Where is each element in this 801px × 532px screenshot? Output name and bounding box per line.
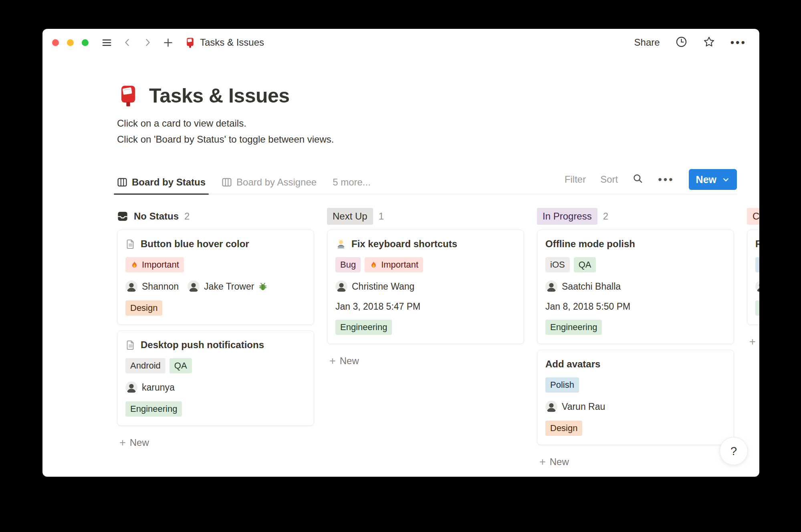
- plus-icon: +: [329, 356, 336, 367]
- assignee: Saatchi Bhalla: [545, 280, 621, 292]
- plus-icon: +: [539, 457, 546, 468]
- tag-polish: Polish: [545, 377, 579, 393]
- assignee: Shannon: [125, 280, 179, 292]
- tab-label: Board by Assignee: [236, 177, 317, 188]
- filter-button[interactable]: Filter: [565, 174, 586, 185]
- beetle-emoji-icon: [258, 282, 267, 291]
- column-in-progress: In Progress 2 Offline mode polish iOS QA: [537, 208, 734, 469]
- task-card[interactable]: Add avatars Polish Varun Rau Design: [537, 350, 734, 445]
- tag-design: Design: [125, 300, 162, 316]
- assignee: karunya: [125, 381, 175, 393]
- tag-engineering: Engineering: [335, 320, 392, 335]
- new-button[interactable]: New: [689, 169, 737, 190]
- task-card[interactable]: Desktop push notifications Android QA ka…: [117, 330, 314, 426]
- add-card-button[interactable]: + New: [117, 435, 314, 450]
- tag-design: Design: [545, 421, 582, 436]
- column-count: 2: [184, 211, 190, 222]
- column-title-pill: C: [747, 208, 759, 225]
- column-title-pill: Next Up: [327, 208, 373, 225]
- due-date: Jan 8, 2018 5:50 PM: [545, 300, 726, 312]
- close-window-button[interactable]: [52, 39, 59, 46]
- card-title: Button blue hover color: [141, 238, 249, 250]
- more-views-button[interactable]: 5 more...: [333, 177, 371, 194]
- question-mark-icon: ?: [730, 445, 737, 458]
- back-button[interactable]: [123, 38, 132, 47]
- postbox-icon: [185, 37, 196, 48]
- avatar: [188, 280, 200, 292]
- column-header[interactable]: C: [747, 208, 759, 225]
- tag-important: Important: [365, 257, 423, 272]
- assignee: Christine Wang: [335, 280, 414, 292]
- forward-button[interactable]: [143, 38, 152, 47]
- tab-board-by-status[interactable]: Board by Status: [117, 177, 207, 194]
- assignee: Varun Rau: [545, 401, 605, 413]
- column-count: 2: [603, 211, 608, 222]
- breadcrumb-title: Tasks & Issues: [200, 37, 264, 48]
- task-card[interactable]: Fix keyboard shortcuts Bug Important Chr…: [327, 230, 524, 344]
- assignee: [755, 280, 759, 292]
- new-button-label: New: [696, 174, 716, 185]
- assignee: Jake Trower: [188, 280, 267, 292]
- page-description-line[interactable]: Click on 'Board by Status' to toggle bet…: [117, 131, 759, 147]
- add-card-button[interactable]: + New: [327, 354, 524, 368]
- column-title: No Status: [134, 211, 179, 222]
- new-tab-icon[interactable]: [163, 37, 174, 48]
- kanban-board: No Status 2 Button blue hover color Impo…: [117, 208, 759, 469]
- card-title: Fix keyboard shortcuts: [351, 238, 457, 250]
- plus-icon: +: [749, 337, 756, 347]
- card-title: R: [755, 238, 759, 250]
- plus-icon: +: [119, 437, 126, 448]
- task-card[interactable]: Offline mode polish iOS QA Saatchi Bhall…: [537, 230, 734, 344]
- minimize-window-button[interactable]: [67, 39, 74, 46]
- page-title[interactable]: Tasks & Issues: [149, 84, 290, 107]
- column-header[interactable]: No Status 2: [117, 208, 314, 225]
- column-header[interactable]: Next Up 1: [327, 208, 524, 225]
- add-card-button[interactable]: + New: [537, 455, 734, 469]
- tag-qa: QA: [169, 358, 192, 373]
- more-options-icon[interactable]: •••: [730, 37, 747, 48]
- title-bar: Tasks & Issues Share •••: [42, 29, 759, 56]
- page-postbox-icon[interactable]: [117, 85, 139, 107]
- tab-board-by-assignee[interactable]: Board by Assignee: [222, 177, 318, 194]
- board-view-icon: [222, 177, 232, 187]
- avatar: [125, 280, 137, 292]
- avatar: [545, 280, 557, 292]
- add-card-button[interactable]: + New: [747, 335, 759, 349]
- app-window: Tasks & Issues Share ••• Tasks & Issues …: [42, 29, 759, 477]
- tag-android: Android: [125, 358, 165, 373]
- history-clock-icon[interactable]: [675, 36, 688, 50]
- tag-engineering: Engineering: [125, 401, 182, 417]
- traffic-lights: [52, 39, 89, 46]
- tab-label: Board by Status: [132, 177, 206, 188]
- help-button[interactable]: ?: [720, 437, 748, 465]
- sidebar-menu-icon[interactable]: [101, 37, 112, 48]
- chevron-down-icon: [722, 176, 730, 183]
- task-card[interactable]: Button blue hover color Important Shanno…: [117, 230, 314, 325]
- tag-important: Important: [125, 257, 184, 272]
- column-count: 1: [379, 211, 384, 222]
- tag-engineering: Engineering: [545, 320, 602, 335]
- sort-button[interactable]: Sort: [600, 174, 618, 185]
- due-date: Jan 3, 2018 5:47 PM: [335, 300, 516, 312]
- column-header[interactable]: In Progress 2: [537, 208, 734, 225]
- task-card[interactable]: R P E: [747, 230, 759, 325]
- card-title: Offline mode polish: [545, 238, 635, 250]
- page-description-line[interactable]: Click on a card to view details.: [117, 115, 759, 131]
- tag: P: [755, 257, 759, 272]
- document-icon: [125, 340, 136, 350]
- view-options-icon[interactable]: •••: [658, 174, 674, 185]
- tag: E: [755, 300, 759, 316]
- document-icon: [125, 239, 136, 249]
- search-icon[interactable]: [632, 173, 644, 186]
- favorite-star-icon[interactable]: [703, 36, 715, 50]
- avatar: [545, 401, 557, 413]
- column-no-status: No Status 2 Button blue hover color Impo…: [117, 208, 314, 450]
- card-title: Desktop push notifications: [141, 339, 264, 351]
- avatar: [755, 280, 759, 292]
- board-view-icon: [117, 177, 127, 187]
- no-status-inbox-icon: [117, 211, 128, 222]
- flame-icon: [369, 261, 378, 269]
- breadcrumb[interactable]: Tasks & Issues: [185, 37, 264, 48]
- share-button[interactable]: Share: [634, 37, 660, 48]
- zoom-window-button[interactable]: [82, 39, 89, 46]
